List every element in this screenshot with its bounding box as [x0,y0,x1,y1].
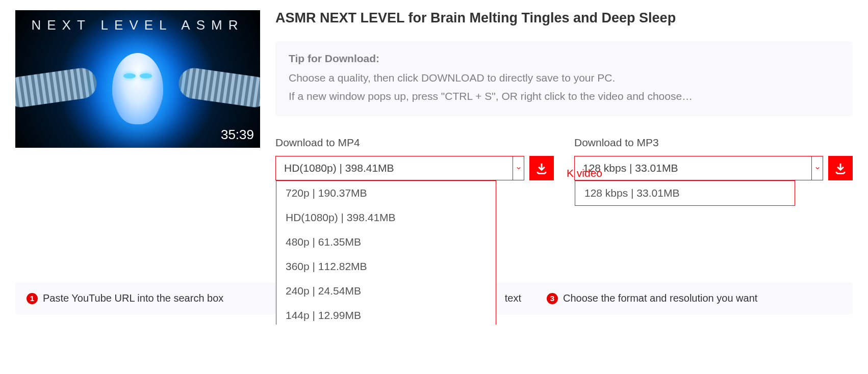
video-duration: 35:39 [221,127,254,143]
tip-box: Tip for Download: Choose a quality, then… [275,41,853,116]
step-1: 1 Paste YouTube URL into the search box [27,292,282,304]
mp4-label: Download to MP4 [275,137,554,149]
tip-line-1: Choose a quality, then click DOWNLOAD to… [289,69,839,87]
mp3-option[interactable]: 128 kbps | 33.01MB [575,181,795,205]
mp3-selected-value: 128 kbps | 33.01MB [575,156,811,180]
step-3: 3 Choose the format and resolution you w… [547,292,841,304]
step-3-text: Choose the format and resolution you wan… [563,292,757,304]
mp3-download-button[interactable] [828,156,853,180]
tip-line-2: If a new window pops up, press "CTRL + S… [289,87,839,105]
step-badge-3: 3 [547,293,558,304]
mp4-option[interactable]: 480p | 61.35MB [276,230,496,254]
mp4-dropdown: 720p | 190.37MB HD(1080p) | 398.41MB 480… [276,180,496,325]
video-thumbnail[interactable]: NEXT LEVEL ASMR 35:39 [15,10,260,148]
mp4-option[interactable]: 360p | 112.82MB [276,254,496,279]
mp4-option[interactable]: 240p | 24.54MB [276,279,496,303]
mp4-option[interactable]: 720p | 190.37MB [276,181,496,205]
mp4-download-button[interactable] [529,156,554,180]
step-1-text: Paste YouTube URL into the search box [43,292,223,304]
mp4-quality-select[interactable]: HD(1080p) | 398.41MB 720p | 190.37MB HD(… [275,156,524,180]
mp4-selected-value: HD(1080p) | 398.41MB [276,156,513,180]
step-2-text: text [505,292,521,304]
background-text-k-video: K video [567,167,602,179]
chevron-down-icon[interactable] [811,156,823,180]
tip-heading: Tip for Download: [289,52,839,65]
download-icon [833,161,848,175]
video-title: ASMR NEXT LEVEL for Brain Melting Tingle… [275,10,853,26]
thumbnail-overlay-text: NEXT LEVEL ASMR [15,17,260,33]
mp3-column: Download to MP3 128 kbps | 33.01MB 128 k… [574,137,853,180]
download-icon [534,161,549,175]
mp3-dropdown: 128 kbps | 33.01MB [575,180,795,206]
mp4-column: Download to MP4 HD(1080p) | 398.41MB 720… [275,137,554,180]
mp3-label: Download to MP3 [574,137,853,149]
mp4-option[interactable]: 144p | 12.99MB [276,303,496,325]
chevron-down-icon[interactable] [513,156,524,180]
mp3-quality-select[interactable]: 128 kbps | 33.01MB 128 kbps | 33.01MB [574,156,823,180]
mp4-option[interactable]: HD(1080p) | 398.41MB [276,205,496,230]
step-badge-1: 1 [27,293,38,304]
